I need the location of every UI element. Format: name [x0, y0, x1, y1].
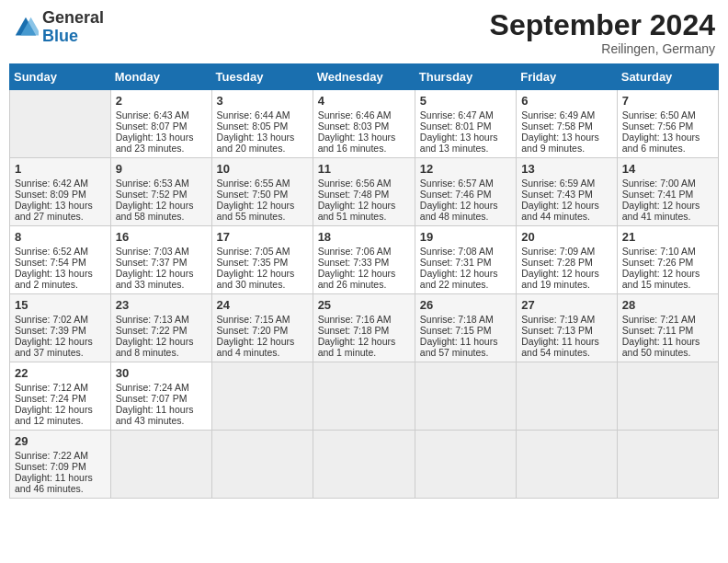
calendar-week-row: 2Sunrise: 6:43 AMSunset: 8:07 PMDaylight…: [10, 90, 719, 158]
calendar-day-cell: 22Sunrise: 7:12 AMSunset: 7:24 PMDayligh…: [10, 362, 111, 431]
daylight: Daylight: 12 hours and 51 minutes.: [318, 200, 396, 222]
calendar-week-row: 22Sunrise: 7:12 AMSunset: 7:24 PMDayligh…: [10, 362, 719, 431]
empty-cell: [415, 431, 516, 499]
sunset: Sunset: 8:03 PM: [318, 121, 390, 132]
sunset: Sunset: 7:54 PM: [15, 257, 86, 268]
day-number: 29: [15, 434, 106, 448]
sunset: Sunset: 7:22 PM: [116, 325, 188, 336]
daylight: Daylight: 12 hours and 12 minutes.: [15, 404, 93, 426]
calendar-day-cell: 30Sunrise: 7:24 AMSunset: 7:07 PMDayligh…: [110, 362, 211, 431]
daylight: Daylight: 12 hours and 4 minutes.: [217, 336, 295, 358]
sunrise: Sunrise: 7:24 AM: [116, 382, 189, 393]
day-number: 1: [15, 162, 106, 176]
sunrise: Sunrise: 7:08 AM: [420, 246, 494, 257]
col-saturday: Saturday: [617, 64, 718, 90]
empty-cell: [517, 431, 618, 499]
daylight: Daylight: 12 hours and 19 minutes.: [521, 268, 599, 290]
day-number: 6: [521, 94, 612, 108]
daylight: Daylight: 11 hours and 43 minutes.: [116, 404, 194, 426]
daylight: Daylight: 11 hours and 50 minutes.: [622, 336, 700, 358]
sunrise: Sunrise: 7:09 AM: [521, 246, 595, 257]
calendar-day-cell: 23Sunrise: 7:13 AMSunset: 7:22 PMDayligh…: [110, 294, 211, 362]
day-number: 13: [521, 162, 612, 176]
daylight: Daylight: 13 hours and 6 minutes.: [622, 132, 700, 154]
sunrise: Sunrise: 6:52 AM: [15, 246, 88, 257]
empty-cell: [617, 362, 718, 431]
daylight: Daylight: 12 hours and 8 minutes.: [116, 336, 194, 358]
sunset: Sunset: 7:37 PM: [116, 257, 188, 268]
empty-cell: [211, 362, 313, 431]
day-number: 5: [420, 94, 511, 108]
sunrise: Sunrise: 7:05 AM: [217, 246, 290, 257]
calendar-day-cell: 3Sunrise: 6:44 AMSunset: 8:05 PMDaylight…: [211, 90, 313, 158]
sunrise: Sunrise: 7:00 AM: [622, 178, 696, 189]
sunrise: Sunrise: 6:56 AM: [318, 178, 392, 189]
sunrise: Sunrise: 7:19 AM: [521, 314, 595, 325]
day-number: 8: [15, 230, 106, 244]
col-friday: Friday: [517, 64, 618, 90]
day-number: 18: [318, 230, 410, 244]
col-tuesday: Tuesday: [211, 64, 313, 90]
logo-icon: [13, 15, 39, 40]
sunrise: Sunrise: 7:13 AM: [116, 314, 189, 325]
sunset: Sunset: 7:24 PM: [15, 393, 86, 404]
sunrise: Sunrise: 7:22 AM: [15, 450, 88, 461]
calendar-day-cell: 15Sunrise: 7:02 AMSunset: 7:39 PMDayligh…: [10, 294, 111, 362]
daylight: Daylight: 12 hours and 33 minutes.: [116, 268, 194, 290]
daylight: Daylight: 12 hours and 37 minutes.: [15, 336, 93, 358]
day-number: 23: [116, 298, 207, 312]
sunset: Sunset: 7:52 PM: [116, 189, 188, 200]
calendar-day-cell: 20Sunrise: 7:09 AMSunset: 7:28 PMDayligh…: [517, 226, 618, 294]
sunrise: Sunrise: 6:46 AM: [318, 109, 392, 121]
sunset: Sunset: 7:20 PM: [217, 325, 289, 336]
day-number: 16: [116, 230, 207, 244]
day-number: 12: [420, 162, 511, 176]
sunset: Sunset: 7:07 PM: [116, 393, 188, 404]
calendar-day-cell: 16Sunrise: 7:03 AMSunset: 7:37 PMDayligh…: [110, 226, 211, 294]
sunset: Sunset: 7:18 PM: [318, 325, 390, 336]
calendar-week-row: 29Sunrise: 7:22 AMSunset: 7:09 PMDayligh…: [10, 431, 719, 499]
daylight: Daylight: 12 hours and 44 minutes.: [521, 200, 599, 222]
calendar-day-cell: 2Sunrise: 6:43 AMSunset: 8:07 PMDaylight…: [110, 90, 211, 158]
day-number: 28: [622, 298, 713, 312]
daylight: Daylight: 13 hours and 16 minutes.: [318, 132, 396, 154]
calendar-day-cell: 29Sunrise: 7:22 AMSunset: 7:09 PMDayligh…: [10, 431, 111, 499]
sunset: Sunset: 7:50 PM: [217, 189, 289, 200]
calendar-day-cell: 14Sunrise: 7:00 AMSunset: 7:41 PMDayligh…: [617, 158, 718, 226]
calendar-week-row: 8Sunrise: 6:52 AMSunset: 7:54 PMDaylight…: [10, 226, 719, 294]
sunset: Sunset: 7:56 PM: [622, 121, 694, 132]
daylight: Daylight: 13 hours and 27 minutes.: [15, 200, 93, 222]
sunrise: Sunrise: 7:16 AM: [318, 314, 392, 325]
daylight: Daylight: 13 hours and 2 minutes.: [15, 268, 93, 290]
daylight: Daylight: 11 hours and 57 minutes.: [420, 336, 498, 358]
daylight: Daylight: 11 hours and 46 minutes.: [15, 472, 93, 494]
sunset: Sunset: 7:58 PM: [521, 121, 593, 132]
day-number: 26: [420, 298, 511, 312]
calendar-day-cell: 9Sunrise: 6:53 AMSunset: 7:52 PMDaylight…: [110, 158, 211, 226]
day-number: 14: [622, 162, 713, 176]
daylight: Daylight: 12 hours and 1 minute.: [318, 336, 396, 358]
sunset: Sunset: 7:33 PM: [318, 257, 390, 268]
sunset: Sunset: 7:09 PM: [15, 461, 86, 472]
sunrise: Sunrise: 7:03 AM: [116, 246, 189, 257]
col-sunday: Sunday: [10, 64, 111, 90]
daylight: Daylight: 13 hours and 9 minutes.: [521, 132, 599, 154]
day-number: 25: [318, 298, 410, 312]
sunrise: Sunrise: 7:15 AM: [217, 314, 290, 325]
sunset: Sunset: 7:39 PM: [15, 325, 86, 336]
calendar-day-cell: 18Sunrise: 7:06 AMSunset: 7:33 PMDayligh…: [313, 226, 415, 294]
month-title: September 2024: [490, 9, 715, 41]
day-number: 21: [622, 230, 713, 244]
title-block: September 2024 Reilingen, Germany: [490, 9, 715, 56]
sunset: Sunset: 7:35 PM: [217, 257, 289, 268]
daylight: Daylight: 12 hours and 26 minutes.: [318, 268, 396, 290]
day-number: 22: [15, 366, 106, 380]
empty-cell: [211, 431, 313, 499]
sunset: Sunset: 7:41 PM: [622, 189, 694, 200]
day-number: 2: [116, 94, 207, 108]
empty-cell: [617, 431, 718, 499]
daylight: Daylight: 12 hours and 55 minutes.: [217, 200, 295, 222]
sunrise: Sunrise: 6:50 AM: [622, 109, 696, 121]
day-number: 17: [217, 230, 308, 244]
sunset: Sunset: 8:07 PM: [116, 121, 188, 132]
